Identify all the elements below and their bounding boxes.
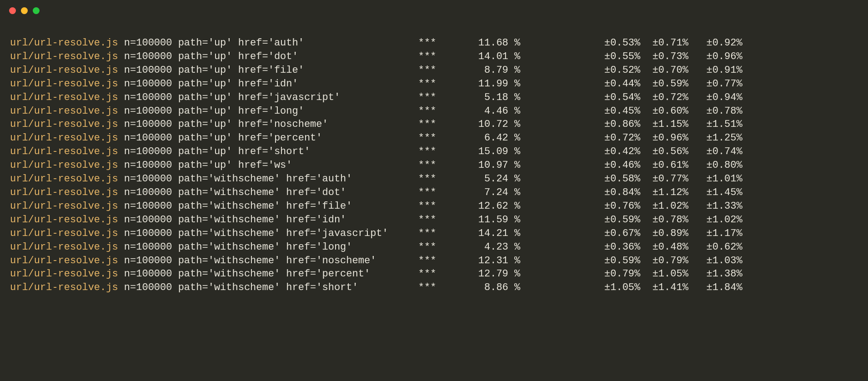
ci-3: ±1.51% <box>688 119 743 130</box>
significance-stars: *** <box>394 214 436 226</box>
percent-value: 11.59 % <box>436 214 520 226</box>
file-path: url/url-resolve.js <box>10 65 118 76</box>
maximize-icon[interactable] <box>33 7 40 14</box>
ci-1: ±0.53% <box>520 37 640 49</box>
ci-1: ±0.52% <box>520 65 640 76</box>
file-path: url/url-resolve.js <box>10 132 118 144</box>
ci-2: ±0.89% <box>640 228 688 239</box>
significance-stars: *** <box>394 132 436 144</box>
significance-stars: *** <box>394 255 436 266</box>
file-path: url/url-resolve.js <box>10 119 118 130</box>
percent-value: 8.79 % <box>436 65 520 76</box>
percent-value: 10.97 % <box>436 160 520 171</box>
benchmark-row: url/url-resolve.js n=100000 path='up' hr… <box>10 159 858 172</box>
significance-stars: *** <box>394 173 436 185</box>
ci-1: ±0.72% <box>520 132 640 144</box>
ci-3: ±1.02% <box>688 214 743 226</box>
benchmark-row: url/url-resolve.js n=100000 path='withsc… <box>10 227 858 241</box>
ci-1: ±1.05% <box>520 282 640 293</box>
file-path: url/url-resolve.js <box>10 173 118 185</box>
benchmark-output: url/url-resolve.js n=100000 path='up' hr… <box>0 21 868 305</box>
ci-2: ±0.48% <box>640 241 688 253</box>
benchmark-row: url/url-resolve.js n=100000 path='withsc… <box>10 267 858 281</box>
benchmark-row: url/url-resolve.js n=100000 path='up' hr… <box>10 145 858 159</box>
percent-value: 12.31 % <box>436 255 520 266</box>
significance-stars: *** <box>394 201 436 212</box>
ci-3: ±1.45% <box>688 187 743 198</box>
close-icon[interactable] <box>9 7 16 14</box>
ci-3: ±1.33% <box>688 201 743 212</box>
significance-stars: *** <box>394 160 436 171</box>
ci-2: ±0.96% <box>640 132 688 144</box>
percent-value: 4.46 % <box>436 105 520 117</box>
ci-1: ±0.86% <box>520 119 640 130</box>
ci-1: ±0.59% <box>520 214 640 226</box>
benchmark-params: n=100000 path='withscheme' href='auth' <box>118 173 394 185</box>
significance-stars: *** <box>394 187 436 198</box>
ci-1: ±0.36% <box>520 241 640 253</box>
benchmark-row: url/url-resolve.js n=100000 path='withsc… <box>10 172 858 186</box>
ci-2: ±1.41% <box>640 282 688 293</box>
ci-3: ±0.62% <box>688 241 743 253</box>
ci-3: ±0.92% <box>688 37 743 49</box>
ci-2: ±0.70% <box>640 65 688 76</box>
benchmark-params: n=100000 path='up' href='percent' <box>118 132 394 144</box>
file-path: url/url-resolve.js <box>10 282 118 293</box>
benchmark-params: n=100000 path='up' href='short' <box>118 146 394 157</box>
ci-2: ±0.73% <box>640 51 688 62</box>
benchmark-row: url/url-resolve.js n=100000 path='up' hr… <box>10 91 858 105</box>
ci-1: ±0.79% <box>520 268 640 280</box>
file-path: url/url-resolve.js <box>10 92 118 103</box>
significance-stars: *** <box>394 268 436 280</box>
file-path: url/url-resolve.js <box>10 51 118 62</box>
significance-stars: *** <box>394 282 436 293</box>
benchmark-params: n=100000 path='up' href='dot' <box>118 51 394 62</box>
benchmark-row: url/url-resolve.js n=100000 path='withsc… <box>10 241 858 254</box>
percent-value: 5.18 % <box>436 92 520 103</box>
minimize-icon[interactable] <box>21 7 28 14</box>
benchmark-params: n=100000 path='up' href='idn' <box>118 78 394 90</box>
file-path: url/url-resolve.js <box>10 146 118 157</box>
benchmark-params: n=100000 path='withscheme' href='long' <box>118 241 394 253</box>
ci-2: ±0.56% <box>640 146 688 157</box>
benchmark-row: url/url-resolve.js n=100000 path='up' hr… <box>10 118 858 131</box>
percent-value: 12.62 % <box>436 201 520 212</box>
significance-stars: *** <box>394 228 436 239</box>
file-path: url/url-resolve.js <box>10 241 118 253</box>
file-path: url/url-resolve.js <box>10 214 118 226</box>
benchmark-row: url/url-resolve.js n=100000 path='up' hr… <box>10 105 858 118</box>
benchmark-params: n=100000 path='withscheme' href='noschem… <box>118 255 394 266</box>
benchmark-params: n=100000 path='up' href='long' <box>118 105 394 117</box>
ci-2: ±0.61% <box>640 160 688 171</box>
benchmark-row: url/url-resolve.js n=100000 path='withsc… <box>10 281 858 295</box>
ci-1: ±0.46% <box>520 160 640 171</box>
ci-2: ±1.02% <box>640 201 688 212</box>
percent-value: 11.99 % <box>436 78 520 90</box>
ci-3: ±0.74% <box>688 146 743 157</box>
ci-2: ±0.60% <box>640 105 688 117</box>
file-path: url/url-resolve.js <box>10 228 118 239</box>
percent-value: 6.42 % <box>436 132 520 144</box>
ci-1: ±0.76% <box>520 201 640 212</box>
ci-1: ±0.42% <box>520 146 640 157</box>
ci-2: ±1.05% <box>640 268 688 280</box>
ci-2: ±0.72% <box>640 92 688 103</box>
file-path: url/url-resolve.js <box>10 78 118 90</box>
significance-stars: *** <box>394 37 436 49</box>
percent-value: 15.09 % <box>436 146 520 157</box>
ci-1: ±0.58% <box>520 173 640 185</box>
percent-value: 8.86 % <box>436 282 520 293</box>
file-path: url/url-resolve.js <box>10 255 118 266</box>
ci-3: ±1.38% <box>688 268 743 280</box>
file-path: url/url-resolve.js <box>10 268 118 280</box>
ci-3: ±0.96% <box>688 51 743 62</box>
titlebar <box>0 0 868 21</box>
percent-value: 11.68 % <box>436 37 520 49</box>
benchmark-params: n=100000 path='up' href='file' <box>118 65 394 76</box>
percent-value: 10.72 % <box>436 119 520 130</box>
terminal-window: url/url-resolve.js n=100000 path='up' hr… <box>0 0 868 381</box>
percent-value: 4.23 % <box>436 241 520 253</box>
ci-3: ±0.80% <box>688 160 743 171</box>
file-path: url/url-resolve.js <box>10 105 118 117</box>
ci-1: ±0.54% <box>520 92 640 103</box>
